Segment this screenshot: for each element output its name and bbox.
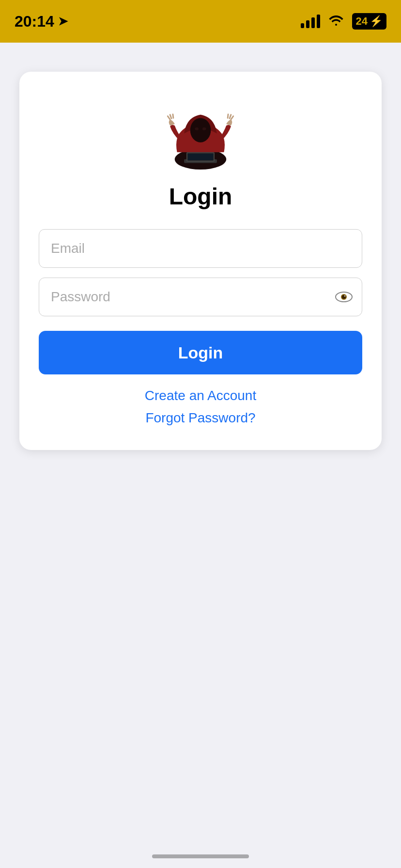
svg-line-4 (168, 116, 170, 120)
status-icons-area: 24 ⚡ (301, 13, 386, 30)
signal-bar-2 (306, 20, 309, 28)
svg-line-9 (228, 114, 228, 118)
svg-rect-13 (188, 154, 213, 160)
toggle-password-button[interactable] (335, 290, 353, 304)
email-input[interactable] (39, 229, 362, 268)
svg-line-5 (170, 115, 171, 119)
battery-indicator: 24 ⚡ (352, 13, 386, 30)
avatar (162, 96, 239, 173)
main-content: Login Login Create an Account Forgot Pas… (0, 43, 401, 839)
battery-level: 24 (356, 15, 368, 28)
time-display: 20:14 (15, 13, 54, 31)
svg-line-7 (231, 116, 233, 120)
home-indicator (152, 854, 249, 858)
svg-point-3 (202, 127, 206, 130)
signal-bar-1 (301, 23, 304, 28)
location-icon: ➤ (58, 15, 68, 28)
svg-point-1 (190, 118, 211, 142)
battery-icon: ⚡ (370, 15, 383, 28)
password-wrapper (39, 278, 362, 316)
create-account-link[interactable]: Create an Account (39, 388, 362, 403)
status-time-area: 20:14 ➤ (15, 13, 68, 31)
wifi-icon (328, 13, 344, 30)
signal-bar-4 (317, 15, 320, 28)
svg-point-17 (344, 295, 346, 297)
svg-point-2 (195, 127, 199, 130)
svg-line-8 (230, 115, 231, 119)
status-bar: 20:14 ➤ 24 ⚡ (0, 0, 401, 43)
login-button[interactable]: Login (39, 331, 362, 374)
forgot-password-link[interactable]: Forgot Password? (39, 410, 362, 426)
signal-icon (301, 15, 320, 28)
svg-line-6 (173, 114, 173, 118)
signal-bar-3 (311, 17, 315, 28)
login-title: Login (169, 183, 232, 210)
login-card: Login Login Create an Account Forgot Pas… (19, 72, 382, 450)
password-input[interactable] (39, 278, 362, 316)
